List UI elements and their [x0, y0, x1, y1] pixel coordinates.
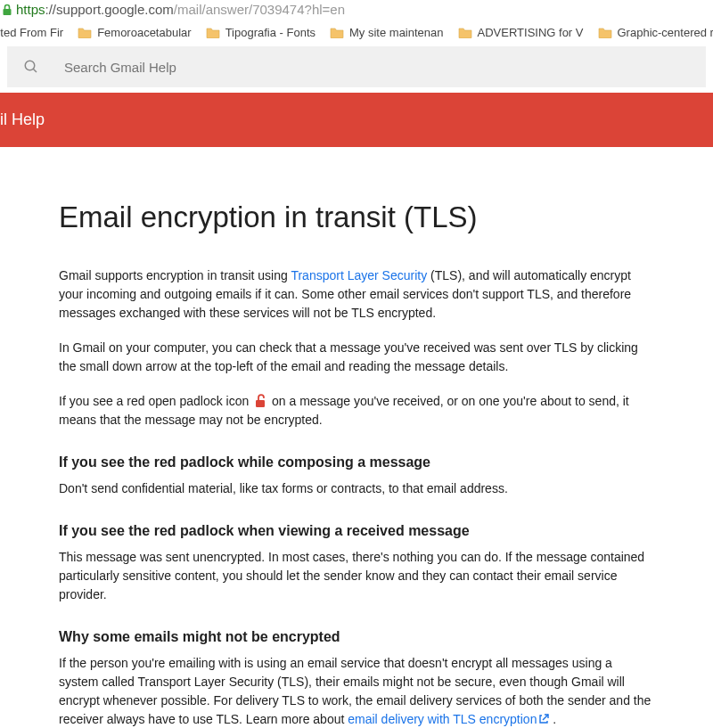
page-header-banner: il Help — [0, 93, 713, 147]
section-heading: If you see the red padlock while composi… — [59, 454, 654, 470]
bookmark-item[interactable]: rted From Fir — [0, 26, 63, 39]
bookmark-label: Graphic-centered r — [618, 26, 714, 39]
url-path: /mail/answer/7039474?hl=en — [174, 2, 345, 17]
page-title: Email encryption in transit (TLS) — [59, 200, 654, 234]
text: If you see a red open padlock icon — [59, 394, 252, 408]
svg-point-1 — [25, 61, 35, 70]
bookmark-label: Femoroacetabular — [97, 26, 192, 39]
bookmark-label: rted From Fir — [0, 26, 63, 39]
folder-icon — [598, 27, 612, 38]
paragraph: In Gmail on your computer, you can check… — [59, 339, 654, 376]
bookmark-label: Tipografia - Fonts — [225, 26, 316, 39]
url-host: ://support.google.com — [45, 2, 174, 17]
text: . — [549, 712, 556, 726]
banner-title: il Help — [0, 110, 713, 129]
paragraph: If you see a red open padlock icon on a … — [59, 392, 654, 429]
folder-icon — [458, 27, 472, 38]
url-text[interactable]: https://support.google.com/mail/answer/7… — [16, 2, 345, 17]
search-icon — [23, 59, 39, 75]
bookmark-item[interactable]: Tipografia - Fonts — [206, 26, 316, 39]
search-box[interactable] — [7, 46, 706, 87]
bookmark-item[interactable]: My site maintenan — [330, 26, 444, 39]
url-scheme: https — [16, 2, 45, 17]
bookmark-item[interactable]: Femoroacetabular — [78, 26, 192, 39]
paragraph: If the person you're emailing with is us… — [59, 654, 654, 728]
lock-icon — [2, 4, 12, 16]
folder-icon — [206, 27, 220, 38]
article: Email encryption in transit (TLS) Gmail … — [9, 147, 704, 728]
address-bar: https://support.google.com/mail/answer/7… — [0, 0, 713, 22]
external-link-icon — [538, 714, 549, 724]
bookmark-label: My site maintenan — [349, 26, 444, 39]
folder-icon — [78, 27, 92, 38]
section-heading: If you see the red padlock when viewing … — [59, 523, 654, 539]
search-input[interactable] — [64, 60, 690, 75]
link-tls[interactable]: Transport Layer Security — [291, 268, 427, 282]
svg-line-2 — [33, 69, 37, 72]
paragraph: This message was sent unencrypted. In mo… — [59, 548, 654, 604]
link-tls-delivery[interactable]: email delivery with TLS encryption — [348, 712, 549, 726]
bookmark-item[interactable]: Graphic-centered r — [598, 26, 714, 39]
bookmark-label: ADVERTISING for V — [478, 26, 584, 39]
bookmarks-bar: rted From Fir Femoroacetabular Tipografi… — [0, 22, 713, 46]
bookmark-item[interactable]: ADVERTISING for V — [458, 26, 584, 39]
section-heading: Why some emails might not be encrypted — [59, 629, 654, 645]
folder-icon — [330, 27, 344, 38]
paragraph: Gmail supports encryption in transit usi… — [59, 266, 654, 323]
open-padlock-icon — [254, 394, 266, 408]
link-text: email delivery with TLS encryption — [348, 712, 537, 726]
svg-rect-3 — [256, 400, 265, 407]
paragraph: Don't send confidential material, like t… — [59, 479, 654, 498]
text: Gmail supports encryption in transit usi… — [59, 268, 291, 282]
svg-rect-0 — [4, 9, 12, 15]
